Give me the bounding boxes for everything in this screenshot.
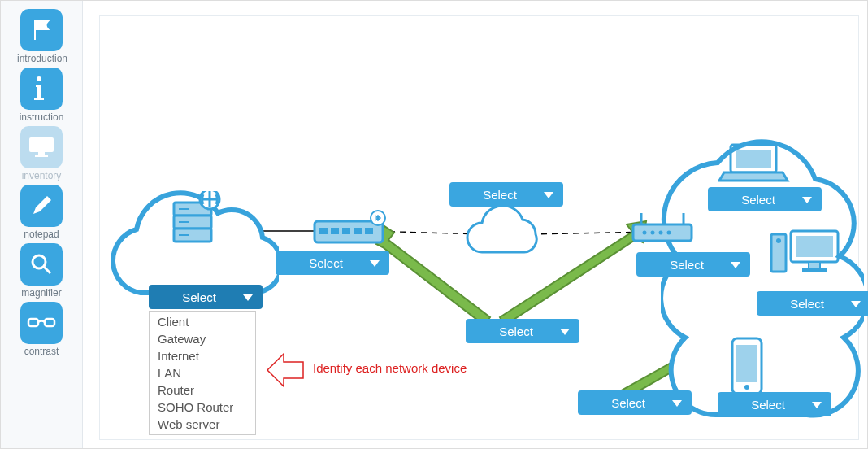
svg-rect-3 bbox=[35, 155, 48, 157]
sidebar-label: notepad bbox=[24, 229, 59, 240]
sidebar-item-inventory[interactable]: inventory bbox=[17, 126, 66, 181]
server-icon bbox=[169, 191, 226, 256]
desktop-icon bbox=[766, 226, 848, 283]
option-soho-router[interactable]: SOHO Router bbox=[150, 399, 255, 416]
svg-point-33 bbox=[659, 231, 663, 235]
svg-rect-40 bbox=[802, 268, 827, 272]
select-label: Select bbox=[670, 258, 704, 272]
svg-point-42 bbox=[776, 238, 781, 243]
sidebar-label: magnifier bbox=[21, 287, 61, 299]
svg-rect-23 bbox=[331, 228, 339, 234]
select-label: Select bbox=[182, 290, 216, 304]
select-switch[interactable]: Select bbox=[276, 251, 389, 275]
arrow-left-icon bbox=[263, 350, 311, 390]
sidebar-label: instruction bbox=[20, 111, 64, 123]
cloud-icon bbox=[458, 205, 555, 270]
svg-point-34 bbox=[667, 231, 671, 235]
flag-icon bbox=[20, 9, 63, 51]
option-router[interactable]: Router bbox=[150, 381, 255, 399]
sidebar: introduction instruction inventory notep… bbox=[1, 1, 83, 448]
select-lan[interactable]: Select bbox=[578, 390, 692, 415]
svg-point-0 bbox=[37, 76, 41, 81]
svg-rect-38 bbox=[796, 236, 833, 257]
svg-rect-24 bbox=[342, 228, 350, 234]
select-label: Select bbox=[751, 398, 785, 412]
select-phone[interactable]: Select bbox=[718, 392, 831, 416]
option-web-server[interactable]: Web server bbox=[150, 416, 255, 433]
svg-rect-22 bbox=[319, 228, 328, 234]
option-client[interactable]: Client bbox=[150, 313, 255, 330]
diagram-canvas: Identify each network device Select Clie… bbox=[83, 1, 867, 448]
sidebar-item-contrast[interactable]: contrast bbox=[17, 302, 66, 357]
glasses-icon bbox=[20, 302, 63, 344]
select-cloud-top[interactable]: Select bbox=[449, 182, 563, 207]
option-lan[interactable]: LAN bbox=[150, 364, 255, 381]
sidebar-item-notepad[interactable]: notepad bbox=[17, 185, 66, 240]
svg-point-32 bbox=[651, 231, 655, 235]
select-laptop[interactable]: Select bbox=[708, 187, 822, 211]
select-label: Select bbox=[483, 188, 517, 202]
magnifier-icon bbox=[20, 243, 63, 286]
svg-rect-39 bbox=[809, 262, 820, 268]
laptop-icon bbox=[718, 140, 791, 189]
svg-point-45 bbox=[744, 385, 749, 390]
select-label: Select bbox=[790, 297, 824, 311]
switch-icon bbox=[311, 210, 393, 251]
select-pc[interactable]: Select bbox=[757, 291, 868, 316]
sidebar-label: contrast bbox=[24, 346, 59, 357]
annotation-text: Identify each network device bbox=[313, 361, 467, 375]
svg-rect-1 bbox=[29, 137, 54, 152]
pencil-icon bbox=[20, 185, 63, 227]
svg-rect-44 bbox=[736, 345, 757, 382]
sidebar-item-introduction[interactable]: introduction bbox=[17, 9, 66, 64]
select-cloud-bottom[interactable]: Select bbox=[466, 319, 579, 343]
dropdown-options[interactable]: Client Gateway Internet LAN Router SOHO … bbox=[149, 311, 256, 435]
app-root: introduction instruction inventory notep… bbox=[0, 0, 868, 449]
sidebar-item-magnifier[interactable]: magnifier bbox=[17, 243, 66, 299]
diagram-inner: Identify each network device Select Clie… bbox=[99, 15, 859, 440]
select-label: Select bbox=[741, 193, 775, 207]
router-icon bbox=[628, 211, 701, 252]
svg-rect-26 bbox=[365, 228, 373, 234]
svg-rect-7 bbox=[45, 319, 54, 326]
option-gateway[interactable]: Gateway bbox=[150, 330, 255, 347]
svg-point-31 bbox=[643, 231, 647, 235]
select-label: Select bbox=[611, 396, 645, 410]
select-webserver[interactable]: Select bbox=[149, 285, 263, 309]
monitor-icon bbox=[20, 126, 63, 168]
svg-point-4 bbox=[33, 255, 46, 268]
svg-rect-2 bbox=[38, 152, 45, 155]
info-icon bbox=[20, 68, 63, 110]
svg-line-5 bbox=[44, 267, 50, 273]
select-soho[interactable]: Select bbox=[636, 252, 750, 277]
select-label: Select bbox=[499, 325, 533, 338]
smartphone-icon bbox=[727, 335, 768, 400]
svg-rect-6 bbox=[28, 319, 38, 326]
sidebar-label: introduction bbox=[17, 53, 67, 64]
sidebar-item-instruction[interactable]: instruction bbox=[17, 68, 66, 123]
svg-rect-25 bbox=[354, 228, 362, 234]
select-label: Select bbox=[309, 256, 343, 270]
svg-rect-36 bbox=[736, 150, 771, 168]
option-internet[interactable]: Internet bbox=[150, 347, 255, 364]
sidebar-label: inventory bbox=[22, 170, 62, 181]
